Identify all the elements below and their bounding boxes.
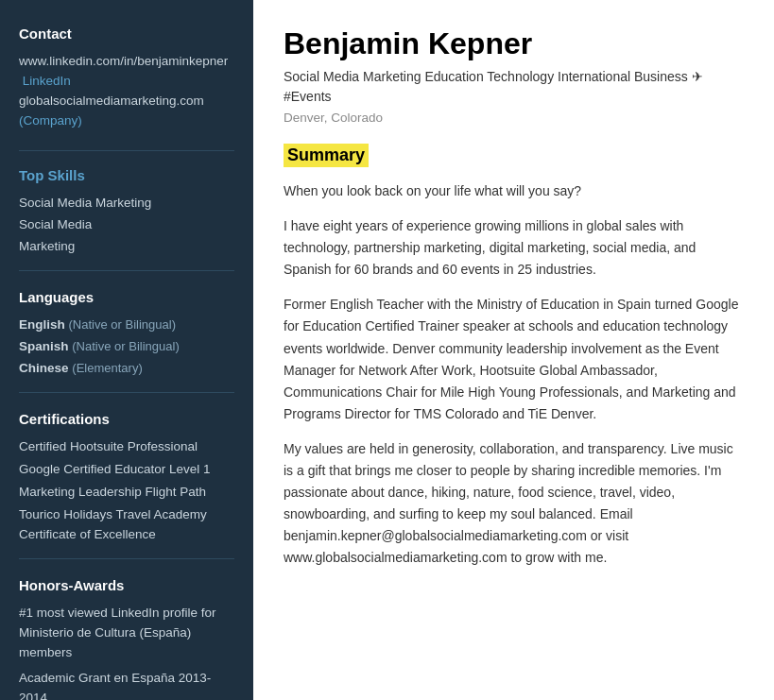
award-item-1[interactable]: Academic Grant en España 2013-2014 [19,669,234,700]
languages-list: English (Native or Bilingual) Spanish (N… [19,316,234,379]
company-url[interactable]: globalsocialmediamarketing.com (Company) [19,92,234,131]
summary-para-0: When you look back on your life what wil… [284,180,744,202]
language-item-1: Spanish (Native or Bilingual) [19,337,234,357]
lang-level-1: (Native or Bilingual) [72,339,179,353]
main-content: Benjamin Kepner Social Media Marketing E… [253,0,774,700]
skill-item-1[interactable]: Social Media [19,215,234,235]
lang-level-0: (Native or Bilingual) [69,317,176,332]
company-url-text: globalsocialmediamarketing.com [19,94,204,108]
certifications-list: Certified Hootsuite Professional Google … [19,437,234,545]
summary-heading: Summary [284,144,369,167]
profile-headline: Social Media Marketing Education Technol… [284,67,744,107]
profile-location: Denver, Colorado [284,111,744,125]
divider-3 [19,392,234,393]
profile-name: Benjamin Kepner [284,26,744,61]
summary-paragraphs: When you look back on your life what wil… [284,180,744,570]
top-skills-title: Top Skills [19,164,234,186]
lang-level-2: (Elementary) [72,361,142,375]
linkedin-link[interactable]: LinkedIn [23,74,71,88]
cert-item-3[interactable]: Tourico Holidays Travel Academy Certific… [19,505,234,545]
award-item-0[interactable]: #1 most viewed LinkedIn profile for Mini… [19,604,234,663]
language-item-2: Chinese (Elementary) [19,359,234,379]
divider-1 [19,150,234,151]
divider-4 [19,558,234,559]
awards-list: #1 most viewed LinkedIn profile for Mini… [19,604,234,700]
divider-2 [19,270,234,271]
sidebar: Contact www.linkedin.com/in/benjaminkepn… [0,0,253,700]
company-label: (Company) [19,113,82,128]
skills-list: Social Media Marketing Social Media Mark… [19,194,234,257]
summary-para-2: Former English Teacher with the Ministry… [284,294,744,425]
summary-para-1: I have eight years of experience growing… [284,215,744,281]
lang-name-2: Chinese [19,361,69,375]
language-item-0: English (Native or Bilingual) [19,316,234,335]
skill-item-0[interactable]: Social Media Marketing [19,194,234,213]
honors-title: Honors-Awards [19,574,234,596]
contact-section: Contact www.linkedin.com/in/benjaminkepn… [19,23,234,131]
cert-item-2[interactable]: Marketing Leadership Flight Path [19,483,234,503]
summary-para-3: My values are held in generosity, collab… [284,438,744,570]
cert-item-0[interactable]: Certified Hootsuite Professional [19,437,234,457]
languages-title: Languages [19,286,234,308]
linkedin-url-text: www.linkedin.com/in/benjaminkepner [19,54,228,68]
linkedin-url[interactable]: www.linkedin.com/in/benjaminkepner Linke… [19,52,234,92]
lang-name-0: English [19,317,65,332]
cert-item-1[interactable]: Google Certified Educator Level 1 [19,460,234,480]
contact-title: Contact [19,23,234,44]
skill-item-2[interactable]: Marketing [19,237,234,257]
lang-name-1: Spanish [19,339,69,353]
certifications-title: Certifications [19,408,234,430]
